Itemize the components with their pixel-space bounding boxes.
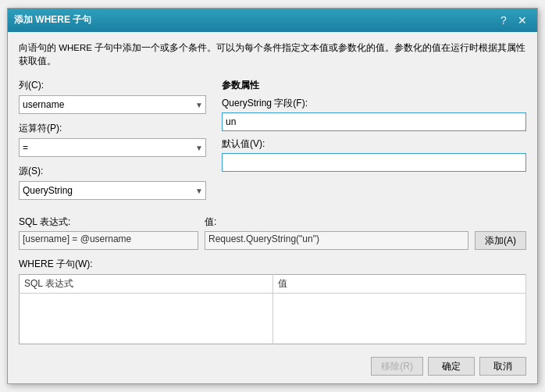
right-panel: 参数属性 QueryString 字段(F): 默认值(V):: [222, 79, 526, 208]
source-label: 源(S):: [19, 165, 206, 178]
value-label: 值:: [205, 216, 468, 229]
left-panel: 列(C): username ▼ 运算符(P): = ▼ 源(S):: [19, 79, 206, 208]
value-value: Request.QueryString("un"): [205, 231, 468, 250]
title-bar-right: ? ✕: [495, 12, 531, 28]
sql-expr-label: SQL 表达式:: [19, 216, 198, 229]
column-select[interactable]: username: [19, 95, 206, 114]
value-field: 值: Request.QueryString("un"): [205, 216, 468, 250]
footer-row: 移除(R) 确定 取消: [19, 352, 526, 376]
operator-label: 运算符(P):: [19, 122, 206, 135]
add-button[interactable]: 添加(A): [475, 231, 526, 250]
sql-row: SQL 表达式: [username] = @username 值: Reque…: [19, 216, 526, 250]
remove-button[interactable]: 移除(R): [371, 357, 423, 376]
cancel-button[interactable]: 取消: [479, 357, 526, 376]
help-button[interactable]: ?: [495, 12, 512, 28]
title-bar-left: 添加 WHERE 子句: [14, 13, 91, 27]
where-label: WHERE 子句(W):: [19, 258, 526, 271]
default-value-label: 默认值(V):: [222, 137, 526, 151]
where-section: WHERE 子句(W): SQL 表达式 值: [19, 258, 526, 344]
close-button[interactable]: ✕: [514, 12, 531, 28]
add-where-dialog: 添加 WHERE 子句 ? ✕ 向语句的 WHERE 子句中添加一个或多个条件。…: [7, 8, 538, 385]
table-row-empty: [20, 294, 526, 344]
empty-cell-value: [272, 294, 526, 344]
source-select[interactable]: QueryString: [19, 181, 206, 200]
title-bar: 添加 WHERE 子句 ? ✕: [8, 9, 537, 32]
col-header-value: 值: [272, 275, 526, 294]
ok-button[interactable]: 确定: [428, 357, 475, 376]
sql-expr-value: [username] = @username: [19, 231, 198, 250]
column-label: 列(C):: [19, 79, 206, 92]
default-value-input[interactable]: [222, 153, 526, 172]
param-section-title: 参数属性: [222, 79, 526, 92]
where-table: SQL 表达式 值: [19, 274, 526, 344]
qs-field-label: QueryString 字段(F):: [222, 97, 526, 110]
operator-select[interactable]: =: [19, 138, 206, 157]
qs-field-input[interactable]: [222, 112, 526, 131]
main-content: 列(C): username ▼ 运算符(P): = ▼ 源(S):: [19, 79, 526, 208]
dialog-body: 向语句的 WHERE 子句中添加一个或多个条件。可以为每个条件指定文本值或参数化…: [8, 32, 537, 384]
column-select-wrapper: username ▼: [19, 95, 206, 114]
sql-expr-field: SQL 表达式: [username] = @username: [19, 216, 198, 250]
operator-select-wrapper: = ▼: [19, 138, 206, 157]
empty-cell-sql: [20, 294, 273, 344]
description-text: 向语句的 WHERE 子句中添加一个或多个条件。可以为每个条件指定文本值或参数化…: [19, 41, 526, 69]
source-select-wrapper: QueryString ▼: [19, 181, 206, 200]
dialog-title: 添加 WHERE 子句: [14, 13, 91, 27]
col-header-sql: SQL 表达式: [20, 275, 273, 294]
